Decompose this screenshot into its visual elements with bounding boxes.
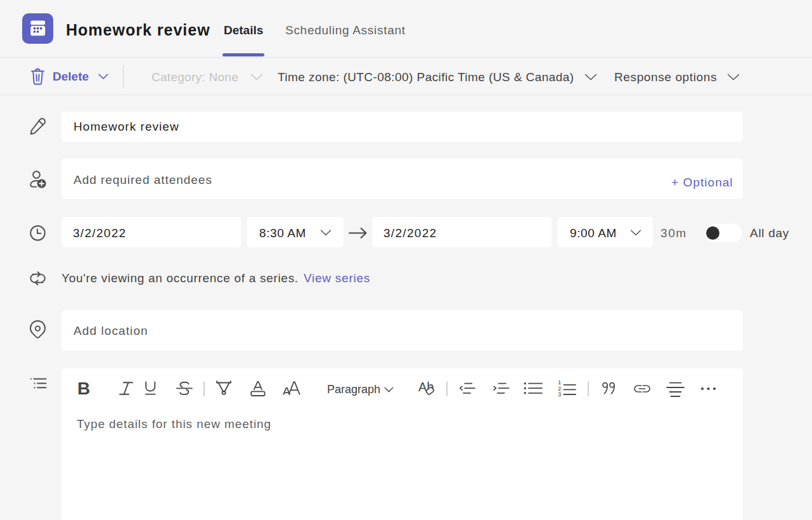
- svg-text:3: 3: [558, 391, 561, 398]
